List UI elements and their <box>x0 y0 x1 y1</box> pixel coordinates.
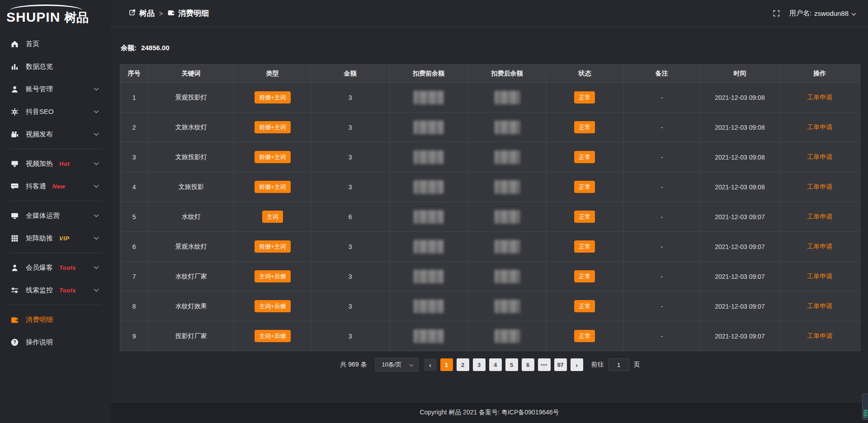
cell-time: 2021-12-03 09:07 <box>700 321 779 351</box>
cell-balance-before <box>389 142 468 172</box>
ticket-apply-link[interactable]: 工单申请 <box>807 153 832 160</box>
type-badge: 前缀+主词 <box>255 240 291 253</box>
sidebar-item-omnimedia-operation[interactable]: 全媒体运营 <box>0 204 111 227</box>
cell-balance-after <box>468 262 547 291</box>
username-label: 用户名: <box>789 9 811 18</box>
cell-balance-after <box>468 321 547 351</box>
cell-type: 前缀+主词 <box>234 232 311 262</box>
new-tag: New <box>52 183 65 190</box>
cell-type: 主词+后缀 <box>234 262 311 291</box>
next-page-button[interactable]: › <box>571 358 583 371</box>
blurred-balance-before <box>414 121 443 134</box>
page-size-select[interactable]: 10条/页 <box>375 358 419 371</box>
sidebar-item-home[interactable]: 首页 <box>0 33 111 55</box>
cell-action: 工单申请 <box>779 202 860 232</box>
sidebar-item-data-overview[interactable]: 数据总览 <box>0 55 111 78</box>
cell-balance-before <box>389 202 468 232</box>
chevron-down-icon <box>94 236 99 240</box>
cell-keyword: 水纹灯 <box>148 202 234 232</box>
chevron-down-icon <box>94 110 99 113</box>
fullscreen-button[interactable] <box>773 9 780 17</box>
ticket-apply-link[interactable]: 工单申请 <box>807 243 832 250</box>
ticket-apply-link[interactable]: 工单申请 <box>807 94 832 101</box>
ticket-apply-link[interactable]: 工单申请 <box>807 273 832 280</box>
menu-divider <box>9 201 102 201</box>
breadcrumb-current[interactable]: 消费明细 <box>167 8 209 19</box>
cell-type: 主词+后缀 <box>234 291 311 321</box>
sidebar-item-instructions[interactable]: ? 操作说明 <box>0 331 111 353</box>
sidebar-item-member-baoke[interactable]: 会员爆客 Tools <box>0 256 111 279</box>
sidebar-item-video-heating[interactable]: 视频加热 Hot <box>0 152 111 175</box>
footer: Copyright 树品 2021 备案号: 粤ICP备09019646号 <box>111 402 868 423</box>
table-row: 2 文旅水纹灯 前缀+主词 3 正常 - 2021-12-03 09:08 工单… <box>120 113 860 142</box>
ticket-apply-link[interactable]: 工单申请 <box>807 302 832 310</box>
prev-page-button[interactable]: ‹ <box>424 358 437 371</box>
cell-status: 正常 <box>546 113 623 142</box>
cell-time: 2021-12-03 09:08 <box>700 142 779 172</box>
cell-remark: - <box>623 232 700 262</box>
cell-action: 工单申请 <box>779 291 860 321</box>
chat-widget-stripes <box>863 410 868 418</box>
sidebar-item-doketong[interactable]: 抖客通 New <box>0 175 111 197</box>
blurred-balance-after <box>495 329 520 343</box>
cell-index: 5 <box>120 202 148 232</box>
cell-action: 工单申请 <box>779 83 860 113</box>
page-button-97[interactable]: 97 <box>554 358 567 371</box>
blurred-balance-before <box>414 180 443 194</box>
sidebar-item-consumption-detail[interactable]: 消费明细 <box>0 308 111 331</box>
page-button-4[interactable]: 4 <box>489 358 502 371</box>
cell-status: 正常 <box>546 172 623 202</box>
page-button-1[interactable]: 1 <box>440 358 453 371</box>
sidebar-item-matrix-boost[interactable]: 矩阵助推 VIP <box>0 227 111 249</box>
page-button-2[interactable]: 2 <box>457 358 469 371</box>
blurred-balance-after <box>495 270 520 283</box>
cell-balance-before <box>389 113 468 142</box>
ticket-apply-link[interactable]: 工单申请 <box>807 213 832 220</box>
chevron-down-icon <box>94 288 99 292</box>
page-button-6[interactable]: 6 <box>522 358 534 371</box>
home-icon <box>10 39 19 48</box>
blurred-balance-after <box>495 300 520 313</box>
cell-balance-after <box>468 232 547 262</box>
col-header-time: 时间 <box>700 65 779 83</box>
cell-remark: - <box>623 202 700 232</box>
breadcrumb-home[interactable]: 树品 <box>129 8 155 19</box>
user-menu[interactable]: 用户名: zswodun88 <box>789 9 856 18</box>
chat-widget[interactable] <box>862 394 868 420</box>
breadcrumb-separator: > <box>159 10 163 17</box>
cell-type: 前缀+主词 <box>234 113 311 142</box>
col-header-remark: 备注 <box>623 65 700 83</box>
chat-icon <box>10 182 19 191</box>
page-button-5[interactable]: 5 <box>505 358 518 371</box>
cell-time: 2021-12-03 09:07 <box>700 291 779 321</box>
ticket-apply-link[interactable]: 工单申请 <box>807 183 832 190</box>
cell-time: 2021-12-03 09:07 <box>700 232 779 262</box>
sidebar-item-label: 矩阵助推 <box>26 234 53 243</box>
cell-index: 6 <box>120 232 148 262</box>
status-badge: 正常 <box>574 211 595 223</box>
cell-time: 2021-12-03 09:08 <box>700 172 779 202</box>
pagination: 共 969 条 10条/页 ‹ 1 2 3 4 5 6 ••• 97 › 前往 … <box>120 358 860 371</box>
cell-remark: - <box>623 291 700 321</box>
sidebar-item-account-management[interactable]: 账号管理 <box>0 78 111 100</box>
more-pages-button[interactable]: ••• <box>538 358 551 371</box>
goto-page-input[interactable] <box>609 358 629 371</box>
question-icon: ? <box>10 338 19 347</box>
col-header-type: 类型 <box>234 65 311 83</box>
cell-amount: 3 <box>311 113 390 142</box>
ticket-apply-link[interactable]: 工单申请 <box>807 332 832 339</box>
page-button-3[interactable]: 3 <box>473 358 486 371</box>
type-badge: 前缀+主词 <box>255 121 291 133</box>
blurred-balance-before <box>414 150 443 164</box>
sidebar-item-lead-monitoring[interactable]: 线索监控 Tools <box>0 279 111 301</box>
sidebar-item-douyin-seo[interactable]: 抖音SEO <box>0 100 111 123</box>
wallet-icon <box>167 9 175 19</box>
sidebar-item-video-publish[interactable]: 视频发布 <box>0 123 111 146</box>
sliders-icon <box>10 286 19 295</box>
cell-action: 工单申请 <box>779 232 860 262</box>
ticket-apply-link[interactable]: 工单申请 <box>807 123 832 131</box>
user-icon <box>10 85 19 94</box>
status-badge: 正常 <box>574 300 595 312</box>
cell-balance-before <box>389 321 468 351</box>
type-badge: 前缀+主词 <box>255 181 291 193</box>
